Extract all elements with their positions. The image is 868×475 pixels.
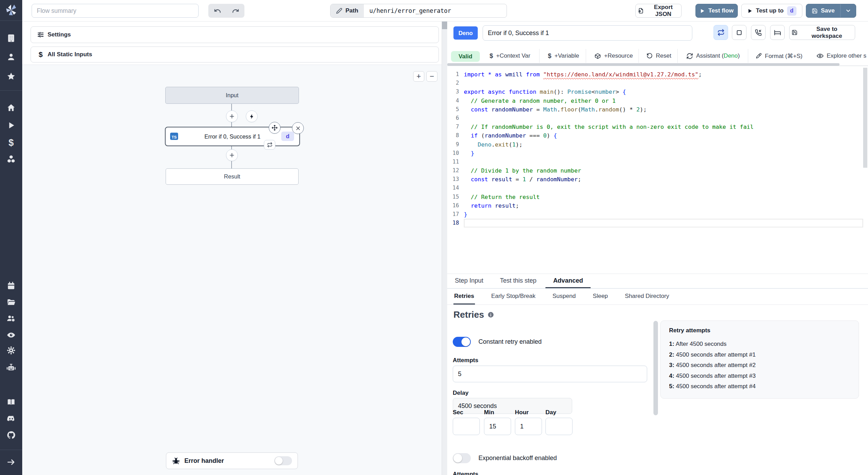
schedules-calendar-icon[interactable] <box>7 281 16 290</box>
constant-retry-toggle[interactable] <box>453 337 471 347</box>
code-editor[interactable]: 1import * as wmill from "https://deno.la… <box>448 66 863 273</box>
code-line[interactable]: 4 // Generate a random number, either 0 … <box>448 97 863 105</box>
subtab-sleep[interactable]: Sleep <box>592 289 608 305</box>
min-input[interactable] <box>484 418 511 435</box>
settings-gear-icon[interactable] <box>7 346 16 355</box>
audit-eye-icon[interactable] <box>7 331 16 340</box>
save-button[interactable]: Save <box>806 4 840 17</box>
add-step-button[interactable] <box>226 149 238 161</box>
assistant-button[interactable]: Assistant (Deno) <box>686 46 740 66</box>
code-line[interactable]: 18 <box>448 219 863 227</box>
retry-attempts-title: Retry attempts <box>669 327 850 334</box>
splitter-grip[interactable] <box>442 22 447 29</box>
retries-indicator-button[interactable] <box>713 25 728 40</box>
sec-input[interactable] <box>453 418 480 435</box>
path-value[interactable]: u/henri/error_generator <box>364 7 451 14</box>
code-line[interactable]: 13 const result = 1 / randomNumber; <box>448 175 863 184</box>
save-menu-chevron[interactable] <box>841 4 856 17</box>
line-number: 1 <box>448 70 459 79</box>
flow-node-input[interactable]: Input <box>165 87 299 104</box>
code-line[interactable]: 16 return result; <box>448 201 863 210</box>
code-line[interactable]: 8 if (randomNumber === 0) { <box>448 131 863 140</box>
redo-icon[interactable] <box>232 7 239 15</box>
code-line[interactable]: 15 // Return the result <box>448 193 863 201</box>
home-icon[interactable] <box>7 103 16 112</box>
tab-step-input[interactable]: Step Input <box>447 274 491 288</box>
step-title-input[interactable] <box>483 25 692 41</box>
code-line[interactable]: 5 const randomNumber = Math.floor(Math.r… <box>448 105 863 114</box>
code-line[interactable]: 9 Deno.exit(1); <box>448 140 863 149</box>
step-retry-indicator[interactable] <box>264 140 275 150</box>
hour-input[interactable] <box>515 418 542 435</box>
code-line[interactable]: 2 <box>448 79 863 88</box>
exponential-backoff-toggle[interactable] <box>453 453 471 463</box>
variables-dollar-icon[interactable]: $ <box>7 138 16 147</box>
ai-robot-icon[interactable] <box>7 363 16 372</box>
retries-vscrollbar[interactable] <box>653 321 658 415</box>
error-handler-toggle[interactable] <box>274 456 292 465</box>
code-line[interactable]: 1import * as wmill from "https://deno.la… <box>448 70 863 79</box>
format-button[interactable]: Format (⌘+S) <box>756 46 802 66</box>
discord-icon[interactable] <box>7 414 16 423</box>
code-line[interactable]: 7 // If randomNumber is 0, exit the scri… <box>448 123 863 131</box>
move-step-handle[interactable] <box>269 122 281 134</box>
tab-advanced[interactable]: Advanced <box>545 274 591 288</box>
trigger-bolt-button[interactable] <box>246 110 258 122</box>
zoom-in-button[interactable]: + <box>413 71 424 82</box>
sleep-bed-button[interactable] <box>770 25 785 40</box>
favorites-star-icon[interactable] <box>7 72 16 81</box>
workspace-building-icon[interactable] <box>7 34 16 43</box>
all-static-inputs-button[interactable]: $ All Static Inputs <box>31 47 439 62</box>
user-icon[interactable] <box>7 52 16 61</box>
constant-retry-row: Constant retry enabled <box>453 337 542 347</box>
suspend-phone-button[interactable] <box>751 25 766 40</box>
info-icon[interactable] <box>487 311 494 318</box>
folders-icon[interactable] <box>7 298 16 307</box>
code-line[interactable]: 12 // Divide 1 by the random number <box>448 166 863 175</box>
docs-book-icon[interactable] <box>7 398 16 407</box>
code-line[interactable]: 10 } <box>448 149 863 158</box>
test-flow-button[interactable]: Test flow <box>695 4 738 18</box>
path-field[interactable]: Path u/henri/error_generator <box>330 4 507 18</box>
export-json-button[interactable]: Export JSON <box>635 4 682 18</box>
subtab-suspend[interactable]: Suspend <box>552 289 576 305</box>
save-to-workspace-button[interactable]: Save to workspace <box>789 25 855 40</box>
github-icon[interactable] <box>7 431 16 440</box>
early-stop-button[interactable] <box>732 25 746 40</box>
explore-scripts-button[interactable]: Explore other s <box>817 46 868 66</box>
resources-cubes-icon[interactable] <box>7 155 16 164</box>
code-line[interactable]: 3export async function main(): Promise<n… <box>448 88 863 96</box>
add-step-button[interactable] <box>226 110 238 122</box>
toolbar-divider <box>539 49 540 63</box>
runs-play-icon[interactable] <box>7 121 16 130</box>
day-input[interactable] <box>545 418 573 435</box>
code-line[interactable]: 14 <box>448 184 863 192</box>
windmill-logo-icon[interactable] <box>5 3 18 17</box>
toolbar-hscrollbar[interactable] <box>447 63 840 66</box>
code-line[interactable]: 6 <box>448 114 863 123</box>
flow-summary-input[interactable] <box>32 4 199 18</box>
groups-users-gear-icon[interactable] <box>7 314 16 323</box>
flow-node-result[interactable]: Result <box>166 168 299 185</box>
flow-canvas[interactable] <box>22 65 442 475</box>
add-variable-button[interactable]: $ +Variable <box>548 46 579 66</box>
reset-button[interactable]: Reset <box>646 46 671 66</box>
tab-test-this-step[interactable]: Test this step <box>492 274 544 288</box>
code-line[interactable]: 17} <box>448 210 863 219</box>
test-up-to-button[interactable]: Test up to d <box>741 4 802 18</box>
code-line[interactable]: 11 <box>448 158 863 166</box>
collapse-arrow-right-icon[interactable] <box>7 458 16 467</box>
zoom-out-button[interactable]: − <box>426 71 437 82</box>
panel-splitter[interactable] <box>442 22 447 475</box>
delete-step-button[interactable] <box>292 122 304 134</box>
add-resource-button[interactable]: +Resource <box>594 46 633 66</box>
attempts-input[interactable] <box>453 366 647 382</box>
flow-settings-button[interactable]: Settings <box>31 26 439 43</box>
subtab-shared-directory[interactable]: Shared Directory <box>624 289 670 305</box>
subtab-early-stop[interactable]: Early Stop/Break <box>491 289 536 305</box>
subtab-retries[interactable]: Retries <box>453 289 475 305</box>
error-handler-node[interactable]: Error handler <box>166 452 298 469</box>
add-context-var-button[interactable]: $ +Context Var <box>490 46 530 66</box>
editor-vscrollbar[interactable] <box>863 68 867 168</box>
undo-icon[interactable] <box>214 7 221 15</box>
